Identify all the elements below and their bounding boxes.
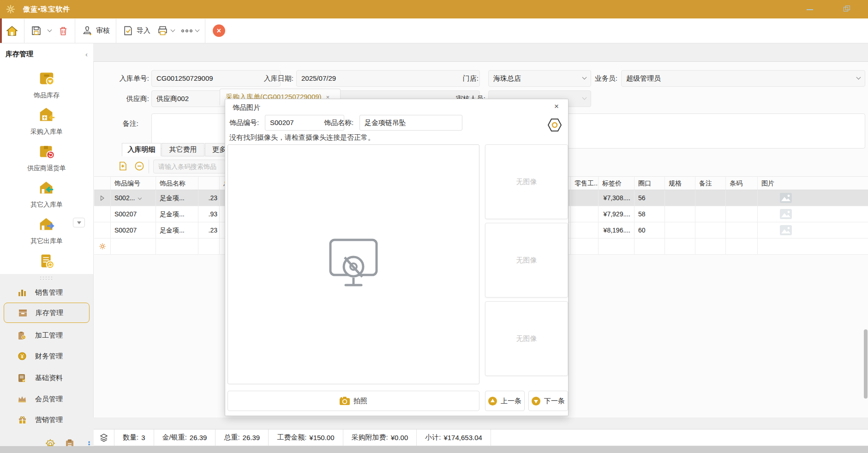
cell-retail-fee[interactable]: [571, 222, 599, 238]
next-record-button[interactable]: 下一条: [528, 391, 568, 411]
sidebar-more-dropdown[interactable]: [73, 218, 85, 227]
minimize-button[interactable]: [807, 6, 813, 10]
sidebar-item-processing[interactable]: 加工管理: [4, 325, 90, 346]
cell-weight[interactable]: .23: [198, 190, 220, 206]
cell-image[interactable]: [758, 238, 868, 254]
sidebar-item-inventory[interactable]: 库存管理: [4, 303, 90, 323]
save-button[interactable]: [27, 22, 45, 40]
sidebar-item-marketing[interactable]: 营销管理: [4, 410, 90, 430]
cell-weight[interactable]: .23: [198, 222, 220, 238]
dialog-close-icon[interactable]: ×: [554, 102, 559, 111]
cell-spec[interactable]: [665, 206, 695, 222]
sidebar-item-purchase-inbound[interactable]: 采购入库单: [0, 105, 93, 136]
cell-name[interactable]: 足金项...: [156, 190, 198, 206]
header-retail-fee[interactable]: 零售工...: [571, 177, 599, 190]
cell-ring-size[interactable]: [635, 238, 665, 254]
toolbar-divider: [24, 19, 24, 43]
cell-code[interactable]: S00207: [111, 222, 156, 238]
header-name[interactable]: 饰品名称: [156, 177, 198, 190]
more-button[interactable]: [178, 22, 202, 40]
sidebar-item-basedata[interactable]: 基础资料: [4, 368, 90, 388]
sidebar-item-finance[interactable]: 财务管理: [4, 346, 90, 366]
close-order-button[interactable]: ×: [213, 24, 225, 37]
cell-barcode[interactable]: [726, 190, 758, 206]
cell-weight[interactable]: .93: [198, 206, 220, 222]
print-button[interactable]: [154, 22, 178, 40]
cell-remark[interactable]: [695, 206, 726, 222]
sidebar-item-other-inbound[interactable]: 其它入库单: [0, 178, 93, 209]
cell-ring-size[interactable]: 60: [635, 222, 665, 238]
tab-other-fees[interactable]: 其它费用: [162, 143, 204, 156]
no-image-text: 无图像: [516, 256, 537, 265]
header-ring-size[interactable]: 圈口: [635, 177, 665, 190]
tab-inbound-detail[interactable]: 入库明细: [122, 143, 161, 156]
cell-name[interactable]: 足金项...: [156, 222, 198, 238]
vertical-scrollbar-thumb[interactable]: [864, 329, 868, 399]
cell-label-price[interactable]: [599, 238, 635, 254]
sidebar-item-stocktake[interactable]: [0, 252, 93, 273]
cell-spec[interactable]: [665, 238, 695, 254]
sidebar-drag-handle[interactable]: [39, 276, 53, 280]
stat-value: 26.39: [190, 434, 207, 441]
header-spec[interactable]: 规格: [665, 177, 695, 190]
no-image-text: 无图像: [516, 334, 537, 343]
sidebar-item-members[interactable]: 会员管理: [4, 389, 90, 409]
save-icon: [30, 25, 42, 36]
sidebar-collapse-icon[interactable]: ‹: [85, 50, 88, 58]
cell-image[interactable]: [758, 206, 868, 222]
cell-remark[interactable]: [695, 222, 726, 238]
restore-button[interactable]: [844, 6, 852, 12]
camera-icon: [340, 397, 350, 405]
cell-label-price[interactable]: ¥8,196....: [599, 222, 635, 238]
header-weight[interactable]: [198, 177, 220, 190]
previous-record-button[interactable]: 上一条: [485, 391, 525, 411]
cell-label-price[interactable]: ¥7,308....: [599, 190, 635, 206]
cell-ring-size[interactable]: 58: [635, 206, 665, 222]
image-slot-2[interactable]: 无图像: [485, 223, 568, 298]
image-slot-3[interactable]: 无图像: [485, 301, 568, 376]
cell-label-price[interactable]: ¥7,929....: [599, 206, 635, 222]
cell-retail-fee[interactable]: [571, 238, 599, 254]
cell-name[interactable]: 足金项...: [156, 206, 198, 222]
cell-barcode[interactable]: [726, 238, 758, 254]
audit-button[interactable]: 审核: [78, 22, 113, 40]
cell-code[interactable]: [111, 238, 156, 254]
import-button[interactable]: 导入: [119, 22, 154, 40]
cell-spec[interactable]: [665, 222, 695, 238]
remove-item-button[interactable]: [134, 161, 146, 173]
sidebar-item-sales[interactable]: 销售管理: [4, 282, 90, 303]
delete-button[interactable]: [54, 22, 72, 40]
add-item-button[interactable]: [117, 161, 129, 173]
home-button[interactable]: [3, 22, 21, 40]
layers-button[interactable]: [94, 429, 114, 446]
image-slot-1[interactable]: 无图像: [485, 144, 568, 219]
cell-retail-fee[interactable]: [571, 190, 599, 206]
header-remark[interactable]: 备注: [695, 177, 726, 190]
item-name-input[interactable]: 足金项链吊坠: [359, 115, 462, 131]
camera-settings-button[interactable]: [547, 118, 563, 132]
header-code[interactable]: 饰品编号: [111, 177, 156, 190]
cell-barcode[interactable]: [726, 222, 758, 238]
cell-code[interactable]: S002...: [111, 190, 156, 206]
cell-code[interactable]: S00207: [111, 206, 156, 222]
cell-weight[interactable]: [198, 238, 220, 254]
save-dropdown[interactable]: [45, 22, 54, 40]
sidebar-item-supplier-return[interactable]: 供应商退货单: [0, 142, 93, 173]
sidebar-item-jewelry-stock[interactable]: 饰品库存: [0, 69, 93, 100]
cell-ring-size[interactable]: 56: [635, 190, 665, 206]
cell-remark[interactable]: [695, 238, 726, 254]
capture-photo-button[interactable]: 拍照: [227, 391, 479, 411]
salesman-select[interactable]: 超级管理员: [621, 70, 865, 87]
cell-spec[interactable]: [665, 190, 695, 206]
header-image[interactable]: 图片: [758, 177, 868, 190]
cell-image[interactable]: [758, 222, 868, 238]
store-select[interactable]: 海珠总店: [488, 70, 591, 87]
cell-remark[interactable]: [695, 190, 726, 206]
cell-image[interactable]: [758, 190, 868, 206]
cell-barcode[interactable]: [726, 206, 758, 222]
header-barcode[interactable]: 条码: [726, 177, 758, 190]
header-label-price[interactable]: 标签价: [599, 177, 635, 190]
cell-retail-fee[interactable]: [571, 206, 599, 222]
cell-name[interactable]: [156, 238, 198, 254]
row-expand-indicator[interactable]: [94, 190, 111, 206]
